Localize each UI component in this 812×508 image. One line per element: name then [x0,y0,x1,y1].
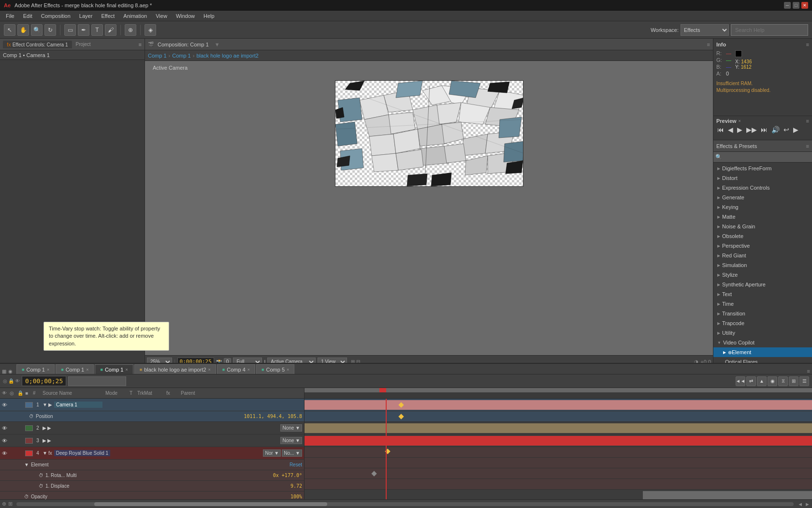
preview-loop[interactable]: ↩ [783,126,790,134]
effect-item-3[interactable]: ▶Generate [713,193,812,202]
close-button[interactable]: ✕ [801,2,808,9]
tab-comp1-3[interactable]: ■ Comp 1 × [95,364,133,374]
bc-comp1[interactable]: Comp 1 [148,53,167,59]
layer4-opacity-stopwatch[interactable]: ⏱ [24,494,29,499]
layer4-mode[interactable]: Nor ▼ [263,449,281,457]
rota-value[interactable]: 0x +177.0° [273,473,302,478]
footer-btn-4[interactable]: ► [805,501,810,507]
tl-btn-7[interactable]: ☰ [799,376,809,386]
tl-btn-3[interactable]: ▲ [757,376,767,386]
solo-button[interactable]: ◎ [3,378,7,384]
effect-item-8[interactable]: ▶Perspective [713,241,812,251]
effect-item-7[interactable]: ▶Obsolete [713,231,812,241]
layer2-eye[interactable]: 👁 [2,425,10,431]
tool-select[interactable]: ↖ [4,24,15,36]
layer4-opacity-value[interactable]: 100% [290,494,302,499]
element-reset[interactable]: Reset [290,462,302,467]
menu-animation[interactable]: Animation [119,12,151,20]
preview-play[interactable]: ▶ [736,126,743,134]
tab-close-3[interactable]: × [125,367,128,372]
displace-stopwatch[interactable]: ⏱ [39,483,44,489]
effect-item-0[interactable]: ▶Digieffects FreeForm [713,164,812,173]
tl-btn-2[interactable]: ⇄ [746,376,756,386]
effect-item-1[interactable]: ▶Distort [713,173,812,183]
timeline-scrollbar[interactable] [16,502,794,506]
info-menu[interactable]: ≡ [806,42,809,47]
pos-value[interactable]: 1011.1, 494.4, 105.8 [244,414,302,419]
layer4-eye[interactable]: 👁 [2,450,10,456]
preview-menu[interactable]: ≡ [806,118,809,124]
tl-btn-5[interactable]: ⧖ [778,376,788,386]
pos-stopwatch[interactable]: ⏱ [29,414,34,419]
effect-item-15[interactable]: ▶Transition [713,309,812,318]
layer-search-input[interactable] [68,376,126,386]
panel-resize-handle[interactable] [810,39,812,368]
comp-tab-label[interactable]: Composition: Comp 1 [156,42,211,47]
menu-view[interactable]: View [152,12,171,20]
keyframe-disp[interactable] [371,471,377,476]
effect-item-5[interactable]: ▶Matte [713,212,812,222]
layer4-expand[interactable]: ▼ [43,450,47,456]
layer3-name[interactable] [53,440,57,441]
effect-item-14[interactable]: ▶Time [713,299,812,309]
effects-menu[interactable]: ≡ [806,143,809,149]
tab-comp4[interactable]: ■ Comp 4 × [217,364,255,374]
maximize-button[interactable]: □ [793,2,799,9]
layer1-name[interactable]: Camera 1 [54,402,102,408]
rota-stopwatch[interactable]: ⏱ [39,473,44,478]
comp-menu[interactable]: ≡ [707,42,710,47]
timeline-timecode[interactable]: 0;00;00;25 [22,376,66,386]
visible-button[interactable]: 👁 [15,378,20,384]
layer2-name[interactable] [53,428,57,429]
tab-comp1-1[interactable]: ■ Comp 1 × [16,364,55,374]
layer2-expand2[interactable]: ▶ [47,425,51,431]
tab-comp5[interactable]: ■ Comp 5 × [256,364,294,374]
timeline-menu[interactable]: ≡ [807,368,810,374]
effect-item-12[interactable]: ▶Synthetic Aperture [713,280,812,289]
effect-item-6[interactable]: ▶Noise & Grain [713,222,812,231]
effect-item-17[interactable]: ▶Utility [713,328,812,338]
tl-btn-1[interactable]: ◄◄ [736,376,745,386]
preview-back-frame[interactable]: ◀ [727,126,734,134]
tool-brush[interactable]: 🖌 [105,24,116,36]
tool-pen[interactable]: ✒ [78,24,89,36]
layer-row-4[interactable]: 👁 4 ▼ fx Deep Royal Blue Solid 1 Nor ▼ N… [0,447,304,460]
workspace-select[interactable]: Effects Standard Minimal [681,24,729,36]
tab-blackhole[interactable]: ■ black hole logo ae import2 × [134,364,216,374]
displace-value[interactable]: 9.72 [290,483,302,489]
tool-puppet[interactable]: ⊕ [125,24,136,36]
menu-file[interactable]: File [2,12,18,20]
layer3-expand[interactable]: ▶ [43,438,46,443]
tab-close-6[interactable]: × [287,367,289,372]
lock-button[interactable]: 🔒 [8,378,14,384]
effect-item-16[interactable]: ▶Trapcode [713,318,812,328]
timeline-icon-2[interactable]: ◉ [8,369,13,374]
menu-layer[interactable]: Layer [75,12,97,20]
tab-close-5[interactable]: × [247,367,250,372]
layer4-fx-icon[interactable]: fx [48,450,52,456]
preview-ram[interactable]: ▶ [792,126,799,134]
layer3-eye[interactable]: 👁 [2,438,10,444]
minimize-button[interactable]: ─ [784,2,791,9]
tl-btn-4[interactable]: ◉ [768,376,777,386]
effect-item-13[interactable]: ▶Text [713,289,812,299]
timeline-icon-1[interactable]: ▦ [2,369,6,374]
project-tab[interactable]: Project [76,42,91,47]
layer2-mode[interactable]: None ▼ [280,424,302,432]
menu-effect[interactable]: Effect [97,12,118,20]
layer3-expand2[interactable]: ▶ [47,438,51,443]
effect-item-4[interactable]: ▶Keying [713,202,812,212]
footer-btn-1[interactable]: ⊕ [2,501,6,507]
tab-close-2[interactable]: × [86,367,88,372]
preview-skip-start[interactable]: ⏮ [716,126,725,134]
layer-row-1[interactable]: 👁 1 ▼ ▶ Camera 1 [0,399,304,411]
element-expand[interactable]: ▼ [24,462,29,467]
layer1-expand[interactable]: ▼ [43,402,47,407]
preview-fwd-frame[interactable]: ▶▶ [745,126,758,134]
menu-help[interactable]: Help [200,12,218,20]
effect-item-11[interactable]: ▶Stylize [713,270,812,280]
layer4-trkmat[interactable]: No... ▼ [282,449,302,457]
footer-btn-3[interactable]: ◄ [798,501,803,507]
bc-import[interactable]: black hole logo ae import2 [196,53,258,59]
tool-3d[interactable]: ◈ [145,24,156,36]
